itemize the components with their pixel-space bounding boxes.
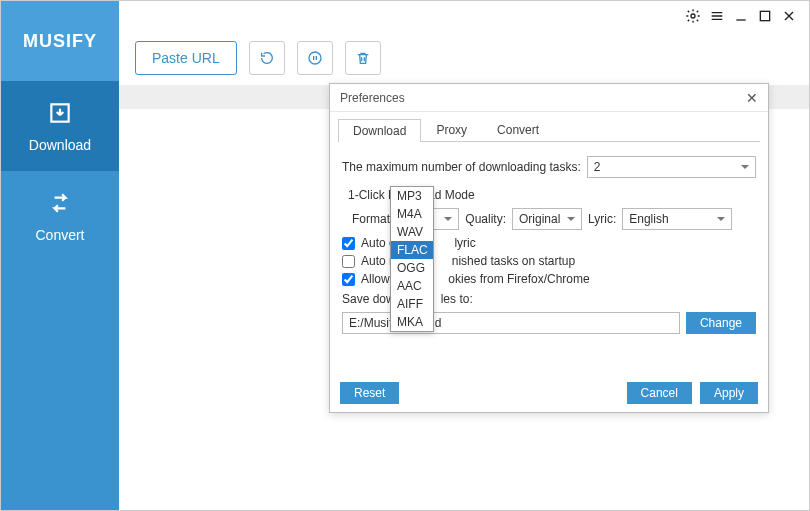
titlebar <box>119 1 809 31</box>
auto-resume-label-post: nished tasks on startup <box>452 254 575 268</box>
minimize-icon[interactable] <box>733 8 749 24</box>
max-tasks-label: The maximum number of downloading tasks: <box>342 160 581 174</box>
save-location-label-pre: Save dow <box>342 292 395 306</box>
format-option-wav[interactable]: WAV <box>391 223 433 241</box>
dialog-close-icon[interactable]: ✕ <box>746 90 758 106</box>
delete-button[interactable] <box>345 41 381 75</box>
tabs: Download Proxy Convert <box>338 118 760 142</box>
change-path-button[interactable]: Change <box>686 312 756 334</box>
quality-select[interactable]: Original <box>512 208 582 230</box>
dialog-header: Preferences ✕ <box>330 84 768 112</box>
format-dropdown[interactable]: MP3 M4A WAV FLAC OGG AAC AIFF MKA <box>390 186 434 332</box>
sidebar-item-label: Convert <box>35 227 84 243</box>
lyric-select[interactable]: English <box>622 208 732 230</box>
format-option-flac[interactable]: FLAC <box>391 241 433 259</box>
dialog-title: Preferences <box>340 91 405 105</box>
format-option-m4a[interactable]: M4A <box>391 205 433 223</box>
sidebar-item-convert[interactable]: Convert <box>1 171 119 261</box>
cancel-button[interactable]: Cancel <box>627 382 692 404</box>
pause-button[interactable] <box>297 41 333 75</box>
allow-cookies-label-post: okies from Firefox/Chrome <box>448 272 589 286</box>
format-label: Format: <box>352 212 393 226</box>
paste-url-button[interactable]: Paste URL <box>135 41 237 75</box>
max-tasks-value: 2 <box>594 160 601 174</box>
close-icon[interactable] <box>781 8 797 24</box>
sidebar-item-label: Download <box>29 137 91 153</box>
svg-point-1 <box>691 14 695 18</box>
svg-rect-2 <box>760 11 769 20</box>
tab-download[interactable]: Download <box>338 119 421 142</box>
download-icon <box>47 100 73 129</box>
max-tasks-select[interactable]: 2 <box>587 156 756 178</box>
app-window: MUSIFY Download Convert Paste URL <box>0 0 810 511</box>
maximize-icon[interactable] <box>757 8 773 24</box>
quality-value: Original <box>519 212 560 226</box>
format-option-ogg[interactable]: OGG <box>391 259 433 277</box>
quality-label: Quality: <box>465 212 506 226</box>
dialog-footer: Reset Cancel Apply <box>330 374 768 412</box>
reset-button[interactable]: Reset <box>340 382 399 404</box>
convert-icon <box>47 190 73 219</box>
auto-download-lyric-label-post: lyric <box>454 236 475 250</box>
sidebar: MUSIFY Download Convert <box>1 1 119 510</box>
brand-logo: MUSIFY <box>1 1 119 81</box>
sidebar-item-download[interactable]: Download <box>1 81 119 171</box>
save-location-label-post: les to: <box>441 292 473 306</box>
format-option-aiff[interactable]: AIFF <box>391 295 433 313</box>
format-option-aac[interactable]: AAC <box>391 277 433 295</box>
menu-icon[interactable] <box>709 8 725 24</box>
save-path-value-post: d <box>435 316 442 330</box>
retry-button[interactable] <box>249 41 285 75</box>
svg-point-3 <box>309 52 321 64</box>
settings-icon[interactable] <box>685 8 701 24</box>
tab-convert[interactable]: Convert <box>482 118 554 141</box>
apply-button[interactable]: Apply <box>700 382 758 404</box>
allow-cookies-checkbox[interactable] <box>342 273 355 286</box>
lyric-value: English <box>629 212 668 226</box>
tab-proxy[interactable]: Proxy <box>421 118 482 141</box>
format-option-mka[interactable]: MKA <box>391 313 433 331</box>
auto-resume-checkbox[interactable] <box>342 255 355 268</box>
toolbar: Paste URL <box>119 31 809 85</box>
lyric-label: Lyric: <box>588 212 616 226</box>
format-option-mp3[interactable]: MP3 <box>391 187 433 205</box>
auto-download-lyric-checkbox[interactable] <box>342 237 355 250</box>
main-area: Paste URL Preferences ✕ Download Proxy C… <box>119 1 809 510</box>
